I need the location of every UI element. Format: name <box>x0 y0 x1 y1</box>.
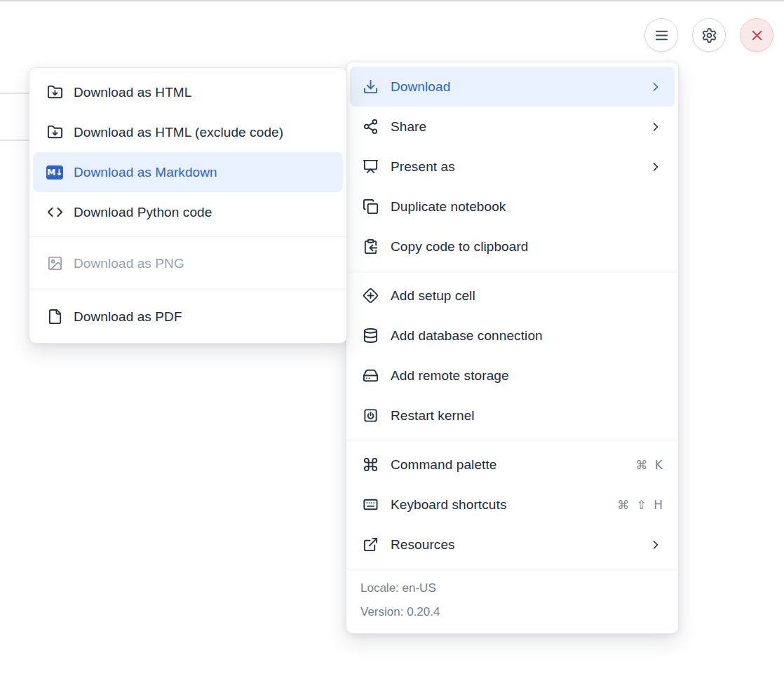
keyboard-icon <box>362 496 379 513</box>
menu-item-label: Resources <box>391 537 455 553</box>
chevron-right-icon <box>649 538 663 552</box>
folder-down-icon <box>46 84 63 101</box>
code-icon <box>46 204 63 221</box>
menu-button[interactable] <box>644 18 678 52</box>
keyboard-shortcut-hint: ⌘ K <box>635 458 663 472</box>
menu-item-label: Restart kernel <box>391 408 475 424</box>
duplicate-icon <box>362 198 379 215</box>
gear-icon <box>701 27 717 43</box>
chevron-right-icon <box>649 160 663 174</box>
presentation-icon <box>362 158 379 175</box>
database-icon <box>362 327 379 344</box>
menu-item-command-palette[interactable]: Command palette ⌘ K <box>350 445 675 485</box>
menu-item-copy-code[interactable]: Copy code to clipboard <box>350 226 675 266</box>
markdown-icon: M↓ <box>46 164 63 181</box>
download-submenu: Download as HTML Download as HTML (exclu… <box>29 67 347 344</box>
menu-item-label: Download as PNG <box>74 256 184 271</box>
hard-drive-icon <box>362 367 379 384</box>
folder-down-icon <box>46 124 63 141</box>
settings-button[interactable] <box>692 18 726 52</box>
external-link-icon <box>362 536 379 553</box>
menu-item-label: Command palette <box>391 457 496 473</box>
menu-item-label: Download as HTML <box>74 85 191 100</box>
menu-item-download-as-pdf[interactable]: Download as PDF <box>33 297 343 337</box>
menu-item-label: Download as PDF <box>74 309 182 325</box>
chevron-right-icon <box>649 80 663 94</box>
menu-item-present-as[interactable]: Present as <box>350 147 675 187</box>
menu-item-add-database-connection[interactable]: Add database connection <box>350 316 675 356</box>
image-icon <box>46 255 63 272</box>
download-icon <box>362 79 379 95</box>
menu-item-resources[interactable]: Resources <box>350 525 675 564</box>
close-icon <box>749 27 765 43</box>
chevron-right-icon <box>649 120 663 134</box>
command-icon <box>362 456 379 473</box>
menu-item-label: Download as HTML (exclude code) <box>74 125 283 140</box>
menu-item-download-as-html[interactable]: Download as HTML <box>33 72 343 112</box>
menu-item-label: Download as Markdown <box>74 165 217 180</box>
menu-item-label: Add remote storage <box>391 368 509 384</box>
menu-item-label: Copy code to clipboard <box>391 239 529 255</box>
markdown-badge: M↓ <box>46 165 63 180</box>
menu-item-label: Keyboard shortcuts <box>391 497 507 513</box>
menu-footer: Locale: en-US Version: 0.20.4 <box>346 569 678 633</box>
version-text: Version: 0.20.4 <box>360 600 664 624</box>
menu-item-label: Share <box>391 119 426 135</box>
notebook-actions-menu: Download Share Present as <box>346 62 679 634</box>
file-icon <box>46 309 63 325</box>
diamond-plus-icon <box>362 288 379 304</box>
menu-item-label: Download Python code <box>74 205 212 220</box>
close-button[interactable] <box>740 18 773 52</box>
menu-item-add-setup-cell[interactable]: Add setup cell <box>350 276 675 316</box>
menu-item-download[interactable]: Download <box>350 67 675 107</box>
menu-item-keyboard-shortcuts[interactable]: Keyboard shortcuts ⌘ ⇧ H <box>350 485 675 525</box>
menu-item-label: Duplicate notebook <box>391 199 506 215</box>
menu-item-label: Present as <box>391 159 455 175</box>
menu-item-restart-kernel[interactable]: Restart kernel <box>350 395 675 435</box>
background-cell-border <box>0 140 31 141</box>
menu-item-download-as-png[interactable]: Download as PNG <box>33 243 343 283</box>
locale-text: Locale: en-US <box>360 576 664 600</box>
menu-item-download-as-markdown[interactable]: M↓ Download as Markdown <box>33 152 343 192</box>
menu-item-download-as-html-exclude-code[interactable]: Download as HTML (exclude code) <box>33 112 343 152</box>
menu-item-share[interactable]: Share <box>350 107 675 147</box>
menu-item-label: Add database connection <box>391 328 543 344</box>
background-cell-border <box>0 93 31 94</box>
menu-item-label: Download <box>391 79 450 95</box>
clipboard-copy-icon <box>362 238 379 255</box>
page-top-border <box>0 0 784 1</box>
menu-item-download-python-code[interactable]: Download Python code <box>33 192 343 232</box>
power-icon <box>362 407 379 424</box>
menu-item-label: Add setup cell <box>391 288 475 304</box>
keyboard-shortcut-hint: ⌘ ⇧ H <box>617 498 663 512</box>
hamburger-icon <box>654 27 670 43</box>
menu-item-duplicate-notebook[interactable]: Duplicate notebook <box>350 187 675 226</box>
share-icon <box>362 119 379 135</box>
menu-item-add-remote-storage[interactable]: Add remote storage <box>350 356 675 395</box>
